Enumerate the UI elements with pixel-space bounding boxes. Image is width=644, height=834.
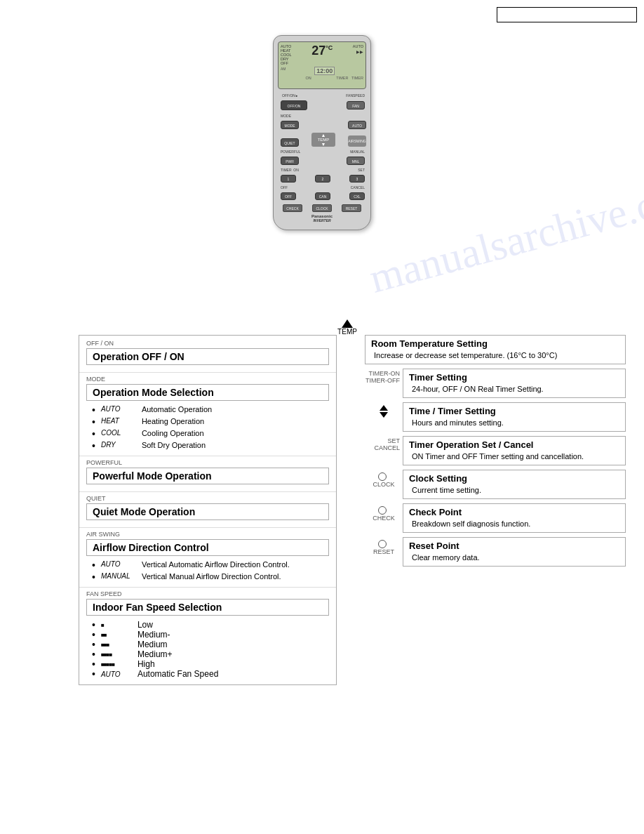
content-check: Breakdown self diagnosis function. (409, 519, 619, 528)
heading-off-on: Operation OFF / ON (86, 348, 329, 365)
section-reset: RESET Reset Point Clear memory data. (365, 537, 626, 567)
heading-check: Check Point (409, 507, 619, 517)
section-powerful: POWERFUL Powerful Mode Operation (79, 456, 336, 491)
side-label-set: SET (365, 437, 400, 444)
reset-circle (378, 540, 387, 548)
quiet-button[interactable]: QUIET (281, 138, 299, 147)
section-airflow: AIR SWING Airflow Direction Control •AUT… (79, 527, 336, 587)
side-label-quiet: QUIET (86, 495, 329, 502)
section-fan-speed: FAN SPEED Indoor Fan Speed Selection •■L… (79, 587, 336, 684)
right-panel: Room Temperature Setting Increase or dec… (365, 335, 626, 571)
section-mode: MODE Operation Mode Selection •AUTOAutom… (79, 372, 336, 456)
manual-button[interactable]: MNL (347, 157, 365, 165)
powerful-button[interactable]: PWR (281, 157, 299, 165)
time-up-arrow (380, 405, 388, 411)
section-off-on: OFF / ON Operation OFF / ON (79, 336, 336, 372)
mode-items: •AUTOAutomatic Operation •HEATHeating Op… (92, 405, 329, 451)
side-label-airswing: AIR SWING (86, 531, 329, 538)
side-label-fan: FAN SPEED (86, 590, 329, 597)
clock-button[interactable]: CLOCK (312, 204, 332, 212)
side-label-check: CHECK (373, 515, 395, 522)
auto-button[interactable]: AUTO (348, 121, 366, 129)
remote-display: AUTO HEAT COOL DRY OFF 27°C AUTO ▶▶ AM 1… (278, 41, 366, 89)
brand-label: Panasonic INVERTER (278, 214, 366, 223)
temp-button[interactable]: ▲ TEMP ▼ (311, 133, 335, 147)
set-button[interactable]: 3 (349, 175, 365, 183)
section-check: CHECK Check Point Breakdown self diagnos… (365, 503, 626, 533)
cancel-button[interactable]: CAN (315, 192, 330, 200)
side-label-powerful: POWERFUL (86, 459, 329, 466)
timer-2-button[interactable]: 2 (315, 175, 330, 183)
section-timer-setting: TIMER-ON TIMER-OFF Timer Setting 24-hour… (365, 369, 626, 398)
side-label-off-on: OFF / ON (86, 340, 329, 347)
heading-timer-op: Timer Operation Set / Cancel (409, 439, 619, 450)
heading-airflow: Airflow Direction Control (86, 539, 329, 556)
remote-buttons: OFF/ON● FANSPEED OFF/ON FAN MODE MODE AU… (278, 93, 366, 212)
content-timer-op: ON Timer and OFF Timer setting and cance… (409, 452, 619, 461)
heading-fan: Indoor Fan Speed Selection (86, 599, 329, 616)
clock-circle (378, 472, 387, 481)
heading-mode: Operation Mode Selection (86, 384, 329, 401)
temp-indicator: TEMP (337, 319, 358, 336)
reset-button[interactable]: RESET (342, 204, 361, 212)
side-label-cancel: CANCEL (365, 444, 400, 451)
time-down-arrow (380, 412, 388, 418)
side-label-clock: CLOCK (373, 481, 394, 488)
off-on-button[interactable]: OFF/ON (281, 100, 307, 110)
section-timer-op: SET CANCEL Timer Operation Set / Cancel … (365, 436, 626, 465)
heading-time-timer: Time / Timer Setting (409, 406, 619, 416)
left-panel: OFF / ON Operation OFF / ON MODE Operati… (79, 335, 337, 685)
watermark: manualsarchive.com (365, 166, 644, 303)
heading-clock: Clock Setting (409, 473, 619, 484)
content-reset: Clear memory data. (409, 553, 619, 562)
heading-quiet: Quiet Mode Operation (86, 503, 329, 520)
heading-timer-setting: Timer Setting (409, 372, 619, 383)
side-label-mode: MODE (86, 376, 329, 383)
remote-control: AUTO HEAT COOL DRY OFF 27°C AUTO ▶▶ AM 1… (266, 35, 378, 230)
fanspeed-button[interactable]: FAN (347, 101, 365, 110)
section-room-temp: Room Temperature Setting Increase or dec… (365, 335, 626, 364)
content-time-timer: Hours and minutes setting. (409, 418, 619, 427)
content-room-temp: Increase or decrease set temperature. (1… (371, 351, 619, 359)
heading-room-temp: Room Temperature Setting (371, 338, 619, 349)
mode-button[interactable]: MODE (281, 121, 299, 129)
side-label-timer-on: TIMER-ON (365, 370, 400, 377)
airswing-button[interactable]: AIRSWING (348, 135, 366, 147)
section-time-timer: Time / Timer Setting Hours and minutes s… (365, 402, 626, 432)
timer-on-button[interactable]: 1 (281, 175, 296, 183)
side-label-timer-off: TIMER-OFF (365, 377, 400, 384)
airflow-items: •AUTOVertical Automatic Airflow Directio… (92, 560, 329, 582)
fan-items: •■Low •■■Medium- •■■■Medium •■■■■Medium+… (92, 620, 329, 679)
off-button[interactable]: OFF (281, 192, 296, 200)
section-quiet: QUIET Quiet Mode Operation (79, 491, 336, 527)
top-right-box (497, 7, 637, 22)
section-clock: CLOCK Clock Setting Current time setting… (365, 470, 626, 499)
check-circle (378, 506, 387, 515)
heading-reset: Reset Point (409, 541, 619, 551)
check-button[interactable]: CHECK (283, 204, 302, 212)
cancel2-button[interactable]: CXL (349, 192, 365, 200)
content-timer-setting: 24-hour, OFF / ON Real Timer Setting. (409, 385, 619, 393)
heading-powerful: Powerful Mode Operation (86, 468, 329, 484)
content-clock: Current time setting. (409, 486, 619, 494)
side-label-reset: RESET (373, 548, 394, 555)
